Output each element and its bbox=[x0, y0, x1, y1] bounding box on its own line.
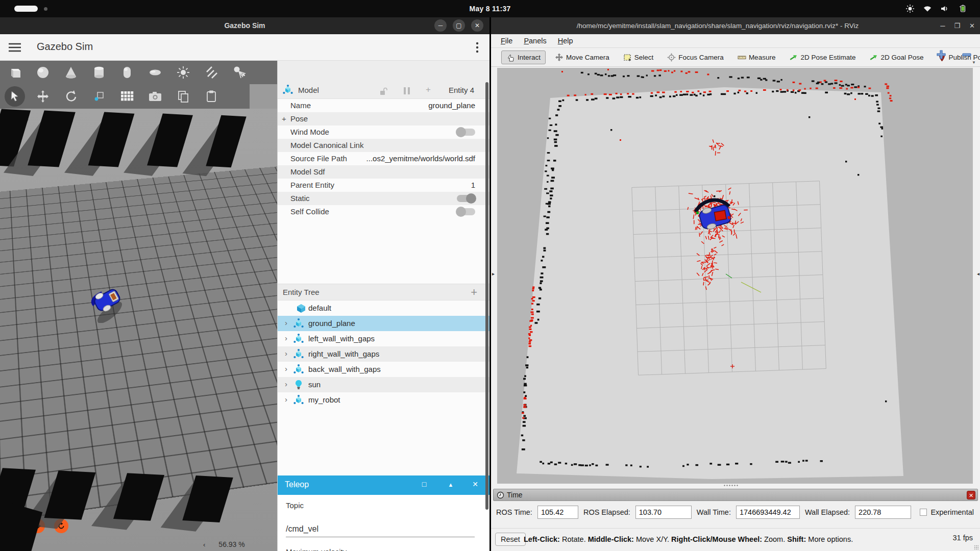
reset-button[interactable]: Reset bbox=[495, 533, 526, 546]
topic-input[interactable] bbox=[286, 524, 475, 537]
remove-tool-button[interactable] bbox=[962, 49, 972, 60]
time-panel-header[interactable]: Time ✕ bbox=[493, 489, 978, 501]
tool-2d-pose-estimate[interactable]: 2D Pose Estimate bbox=[785, 51, 860, 64]
self-collide-toggle[interactable] bbox=[457, 208, 475, 215]
wallelapsed-input[interactable] bbox=[855, 506, 911, 519]
close-icon[interactable]: ✕ bbox=[470, 480, 480, 488]
menu-panels[interactable]: Panels bbox=[519, 36, 551, 46]
minimize-button[interactable]: ─ bbox=[434, 19, 447, 32]
insert-spot-light-button[interactable] bbox=[228, 62, 251, 83]
tree-item-default[interactable]: default bbox=[278, 300, 489, 316]
gazebo-titlebar[interactable]: Gazebo Sim ─ ▢ ✕ bbox=[0, 17, 489, 34]
property-row-source-file-path[interactable]: Source File Path...os2_yemitme/worlds/wo… bbox=[278, 152, 489, 165]
tool-move-camera[interactable]: Move Camera bbox=[550, 51, 614, 64]
chevron-right-icon[interactable]: › bbox=[285, 334, 287, 342]
tree-item-my_robot[interactable]: ›my_robot bbox=[278, 392, 489, 408]
real-time-factor[interactable]: ‹56.93 % bbox=[203, 540, 245, 548]
roselapsed-input[interactable] bbox=[635, 506, 692, 519]
property-row-self-collide[interactable]: Self Collide bbox=[278, 205, 489, 218]
insert-sphere-button[interactable] bbox=[31, 62, 55, 83]
walltime-input[interactable] bbox=[736, 506, 800, 519]
add-tool-button[interactable] bbox=[936, 49, 946, 60]
insert-box-button[interactable] bbox=[3, 62, 27, 83]
insert-ellipsoid-button[interactable] bbox=[143, 62, 167, 83]
insert-cylinder-button[interactable] bbox=[87, 62, 111, 83]
maximize-button[interactable]: ▢ bbox=[453, 19, 465, 32]
entity-tree-header[interactable]: Entity Tree + bbox=[278, 284, 489, 300]
entity-label: Entity 4 bbox=[449, 86, 474, 94]
close-button[interactable]: ✕ bbox=[969, 22, 975, 30]
insert-point-light-button[interactable] bbox=[172, 62, 195, 83]
gazebo-robot-model[interactable] bbox=[77, 277, 138, 323]
property-row-pose[interactable]: +Pose bbox=[278, 112, 489, 126]
tool-overflow-arrow[interactable]: ▼ bbox=[972, 60, 976, 65]
close-button[interactable]: ✕ bbox=[471, 19, 483, 32]
plus-icon[interactable]: + bbox=[426, 85, 431, 95]
menu-help[interactable]: Help bbox=[553, 36, 578, 46]
property-row-model-sdf[interactable]: Model Sdf bbox=[278, 165, 489, 179]
paste-tool-button[interactable] bbox=[200, 86, 223, 107]
menu-file[interactable]: File bbox=[496, 36, 517, 46]
panel-scrollbar[interactable] bbox=[485, 82, 488, 510]
system-tray[interactable] bbox=[905, 0, 967, 17]
undock-icon[interactable]: □ bbox=[419, 480, 429, 488]
expand-icon[interactable]: + bbox=[282, 114, 286, 123]
tool-interact[interactable]: Interact bbox=[501, 51, 546, 64]
chevron-left-icon[interactable]: ‹ bbox=[203, 541, 205, 548]
tree-item-right_wall_with_gaps[interactable]: ›right_wall_with_gaps bbox=[278, 346, 489, 362]
maximize-button[interactable]: ❐ bbox=[954, 22, 960, 30]
gazebo-3d-viewport[interactable]: ‹56.93 % bbox=[0, 109, 277, 551]
grid-tool-button[interactable] bbox=[115, 86, 139, 107]
desktop-clock[interactable]: May 8 11:37 bbox=[0, 0, 980, 17]
tree-item-ground_plane[interactable]: ›ground_plane bbox=[278, 316, 489, 331]
resize-grip[interactable] bbox=[974, 545, 979, 550]
property-row-static[interactable]: Static bbox=[278, 192, 489, 205]
model-panel-header[interactable]: Model + Entity 4 bbox=[278, 82, 489, 99]
static-toggle[interactable] bbox=[457, 195, 475, 202]
property-row-wind-mode[interactable]: Wind Mode bbox=[278, 126, 489, 139]
insert-directional-light-button[interactable] bbox=[200, 62, 223, 83]
snap-tool-button[interactable] bbox=[87, 86, 111, 107]
dock-collapse-right-icon[interactable]: ◂ bbox=[977, 271, 979, 277]
tool-focus-camera[interactable]: Focus Camera bbox=[663, 51, 728, 64]
translate-tool-button[interactable] bbox=[31, 86, 55, 107]
lock-open-icon[interactable] bbox=[378, 86, 388, 98]
minimize-button[interactable]: ─ bbox=[940, 22, 945, 30]
topic-label: Topic bbox=[286, 501, 304, 510]
teleop-header[interactable]: Teleop □ ▲ ✕ bbox=[278, 475, 489, 495]
experimental-checkbox[interactable] bbox=[920, 509, 927, 516]
collapse-icon[interactable]: ▲ bbox=[446, 482, 456, 488]
dock-collapse-left-icon[interactable]: ▸ bbox=[492, 271, 495, 277]
tool-select[interactable]: Select bbox=[619, 51, 658, 64]
property-row-parent-entity[interactable]: Parent Entity1 bbox=[278, 179, 489, 192]
rostime-input[interactable] bbox=[537, 506, 578, 519]
panel-drag-handle[interactable] bbox=[723, 484, 739, 487]
select-tool-button[interactable] bbox=[3, 86, 27, 107]
chevron-right-icon[interactable]: › bbox=[285, 380, 287, 388]
rviz-titlebar[interactable]: /home/mc/yemitme/install/slam_navigation… bbox=[491, 17, 980, 34]
insert-cone-button[interactable] bbox=[59, 62, 83, 83]
rviz-3d-canvas[interactable] bbox=[497, 68, 973, 484]
property-row-model-canonical-link[interactable]: Model Canonical Link bbox=[278, 139, 489, 152]
tree-item-sun[interactable]: ›sun bbox=[278, 377, 489, 392]
property-row-name[interactable]: Nameground_plane bbox=[278, 99, 489, 112]
kebab-menu-icon[interactable] bbox=[472, 40, 482, 55]
tree-item-left_wall_with_gaps[interactable]: ›left_wall_with_gaps bbox=[278, 331, 489, 346]
rotate-tool-button[interactable] bbox=[59, 86, 83, 107]
chevron-right-icon[interactable]: › bbox=[285, 318, 287, 327]
add-entity-button[interactable]: + bbox=[471, 286, 477, 299]
chevron-right-icon[interactable]: › bbox=[285, 349, 287, 358]
tool-measure[interactable]: Measure bbox=[733, 51, 780, 64]
screenshot-tool-button[interactable] bbox=[143, 86, 167, 107]
hamburger-menu-icon[interactable] bbox=[7, 40, 22, 55]
insert-capsule-button[interactable] bbox=[115, 62, 139, 83]
wind-mode-toggle[interactable] bbox=[457, 129, 475, 136]
chevron-right-icon[interactable]: › bbox=[285, 395, 287, 404]
pause-icon[interactable] bbox=[403, 86, 411, 97]
teleop-title: Teleop bbox=[285, 480, 309, 489]
chevron-right-icon[interactable]: › bbox=[285, 364, 287, 373]
tool-2d-goal-pose[interactable]: 2D Goal Pose bbox=[865, 51, 928, 64]
copy-tool-button[interactable] bbox=[172, 86, 195, 107]
time-panel-close-button[interactable]: ✕ bbox=[967, 491, 975, 499]
tree-item-back_wall_with_gaps[interactable]: ›back_wall_with_gaps bbox=[278, 362, 489, 377]
